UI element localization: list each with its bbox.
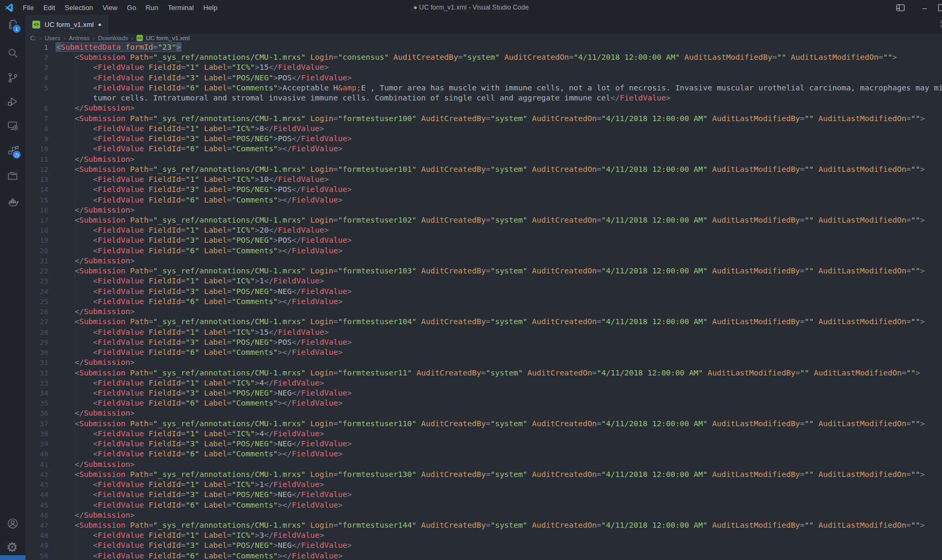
settings-gear-icon[interactable]: ⚙ (6, 541, 19, 554)
code-line[interactable]: 41 </Submission> (25, 460, 942, 470)
line-number[interactable]: 46 (25, 510, 48, 520)
menu-item-file[interactable]: File (18, 2, 39, 13)
line-number[interactable]: 50 (25, 551, 48, 560)
breadcrumb-item[interactable]: C: (30, 35, 37, 41)
line-number[interactable]: 48 (25, 530, 48, 540)
code-line[interactable]: 47 <Submission Path="_sys_ref/annotation… (25, 520, 942, 530)
line-number[interactable]: 31 (25, 357, 48, 368)
line-number[interactable]: 43 (25, 480, 48, 490)
code-line[interactable]: 30 <FieldValue FieldId="6" Label="Commen… (25, 347, 942, 357)
line-number[interactable]: 21 (25, 256, 48, 266)
code-line[interactable]: 17 <Submission Path="_sys_ref/annotation… (25, 215, 942, 225)
search-icon[interactable] (6, 47, 19, 59)
line-number[interactable]: 17 (25, 215, 48, 225)
line-number[interactable]: 1 (25, 42, 48, 52)
code-line[interactable]: 29 <FieldValue FieldId="3" Label="POS/NE… (25, 337, 942, 347)
code-line[interactable]: 20 <FieldValue FieldId="6" Label="Commen… (25, 246, 942, 256)
line-number[interactable]: 28 (25, 327, 48, 337)
line-number[interactable]: 3 (25, 62, 48, 72)
project-folder-icon[interactable] (6, 170, 19, 182)
line-number[interactable]: 13 (25, 175, 48, 185)
code-line[interactable]: 42 <Submission Path="_sys_ref/annotation… (25, 470, 942, 480)
remote-explorer-icon[interactable] (6, 120, 19, 132)
code-line[interactable]: 4 <FieldValue FieldId="3" Label="POS/NEG… (25, 73, 942, 83)
minimize-button[interactable]: – (912, 0, 937, 15)
line-number[interactable]: 2 (25, 52, 48, 62)
line-number[interactable]: 40 (25, 449, 48, 459)
line-number[interactable]: 14 (25, 185, 48, 195)
maximize-button[interactable] (937, 0, 942, 15)
line-number[interactable]: 15 (25, 195, 48, 205)
line-number[interactable]: 34 (25, 388, 48, 398)
code-line[interactable]: 32 <Submission Path="_sys_ref/annotation… (25, 368, 942, 378)
code-line[interactable]: 5 <FieldValue FieldId="6" Label="Comment… (25, 83, 942, 93)
code-line[interactable]: 1<SubmittedData formId="23"> (25, 42, 942, 52)
line-number[interactable] (25, 93, 48, 103)
code-line[interactable]: 31 </Submission> (25, 357, 942, 368)
line-number[interactable]: 18 (25, 225, 48, 235)
line-number[interactable]: 45 (25, 500, 48, 510)
line-number[interactable]: 33 (25, 378, 48, 388)
code-line-wrap[interactable]: tumor cells. Intratumoral and stromal in… (25, 93, 942, 103)
code-line[interactable]: 7 <Submission Path="_sys_ref/annotations… (25, 114, 942, 124)
menu-item-selection[interactable]: Selection (60, 2, 97, 13)
breadcrumb-file[interactable]: UC form_v1.xml (146, 35, 189, 41)
code-line[interactable]: 8 <FieldValue FieldId="1" Label="IC%">8<… (25, 124, 942, 134)
line-number[interactable]: 47 (25, 520, 48, 530)
code-line[interactable]: 37 <Submission Path="_sys_ref/annotation… (25, 419, 942, 429)
layout-icon[interactable] (888, 0, 912, 15)
code-line[interactable]: 40 <FieldValue FieldId="6" Label="Commen… (25, 449, 942, 459)
editor-code[interactable]: 1<SubmittedData formId="23">2 <Submissio… (25, 42, 942, 560)
code-line[interactable]: 45 <FieldValue FieldId="6" Label="Commen… (25, 500, 942, 510)
remote-status-indicator[interactable] (0, 555, 25, 560)
code-line[interactable]: 34 <FieldValue FieldId="3" Label="POS/NE… (25, 388, 942, 398)
code-line[interactable]: 48 <FieldValue FieldId="1" Label="IC%">3… (25, 530, 942, 540)
code-line[interactable]: 14 <FieldValue FieldId="3" Label="POS/NE… (25, 185, 942, 195)
code-line[interactable]: 38 <FieldValue FieldId="1" Label="IC%">4… (25, 429, 942, 439)
code-line[interactable]: 6 </Submission> (25, 103, 942, 113)
code-line[interactable]: 12 <Submission Path="_sys_ref/annotation… (25, 164, 942, 175)
code-line[interactable]: 50 <FieldValue FieldId="6" Label="Commen… (25, 551, 942, 560)
menu-item-help[interactable]: Help (198, 2, 222, 13)
breadcrumb-item[interactable]: Downloads (98, 35, 128, 41)
line-number[interactable]: 36 (25, 408, 48, 418)
code-line[interactable]: 21 </Submission> (25, 256, 942, 266)
docker-icon[interactable] (6, 196, 19, 209)
code-line[interactable]: 49 <FieldValue FieldId="3" Label="POS/NE… (25, 540, 942, 550)
line-number[interactable]: 22 (25, 266, 48, 276)
code-line[interactable]: 35 <FieldValue FieldId="6" Label="Commen… (25, 398, 942, 408)
code-line[interactable]: 18 <FieldValue FieldId="1" Label="IC%">2… (25, 225, 942, 235)
run-debug-icon[interactable] (6, 95, 19, 108)
line-number[interactable]: 25 (25, 297, 48, 307)
code-line[interactable]: 25 <FieldValue FieldId="6" Label="Commen… (25, 297, 942, 307)
code-line[interactable]: 19 <FieldValue FieldId="3" Label="POS/NE… (25, 235, 942, 245)
line-number[interactable]: 12 (25, 164, 48, 175)
line-number[interactable]: 38 (25, 429, 48, 439)
source-control-icon[interactable] (6, 71, 19, 84)
code-line[interactable]: 28 <FieldValue FieldId="1" Label="IC%">1… (25, 327, 942, 337)
line-number[interactable]: 24 (25, 287, 48, 297)
code-line[interactable]: 46 </Submission> (25, 510, 942, 520)
menu-item-terminal[interactable]: Terminal (163, 2, 198, 13)
code-line[interactable]: 39 <FieldValue FieldId="3" Label="POS/NE… (25, 439, 942, 449)
code-line[interactable]: 43 <FieldValue FieldId="1" Label="IC%">1… (25, 480, 942, 490)
line-number[interactable]: 39 (25, 439, 48, 449)
code-line[interactable]: 22 <Submission Path="_sys_ref/annotation… (25, 266, 942, 276)
line-number[interactable]: 11 (25, 154, 48, 164)
line-number[interactable]: 9 (25, 134, 48, 144)
line-number[interactable]: 29 (25, 337, 48, 347)
code-line[interactable]: 10 <FieldValue FieldId="6" Label="Commen… (25, 144, 942, 154)
code-line[interactable]: 11 </Submission> (25, 154, 942, 164)
line-number[interactable]: 37 (25, 419, 48, 429)
code-line[interactable]: 27 <Submission Path="_sys_ref/annotation… (25, 317, 942, 327)
menu-item-run[interactable]: Run (141, 2, 163, 13)
code-line[interactable]: 3 <FieldValue FieldId="1" Label="IC%">15… (25, 62, 942, 72)
line-number[interactable]: 23 (25, 276, 48, 286)
code-line[interactable]: 33 <FieldValue FieldId="1" Label="IC%">4… (25, 378, 942, 388)
line-number[interactable]: 20 (25, 246, 48, 256)
line-number[interactable]: 32 (25, 368, 48, 378)
code-line[interactable]: 44 <FieldValue FieldId="3" Label="POS/NE… (25, 490, 942, 500)
code-line[interactable]: 15 <FieldValue FieldId="6" Label="Commen… (25, 195, 942, 205)
tab-uc-form-xml[interactable]: <> UC form_v1.xml ● (25, 15, 109, 34)
code-line[interactable]: 36 </Submission> (25, 408, 942, 418)
